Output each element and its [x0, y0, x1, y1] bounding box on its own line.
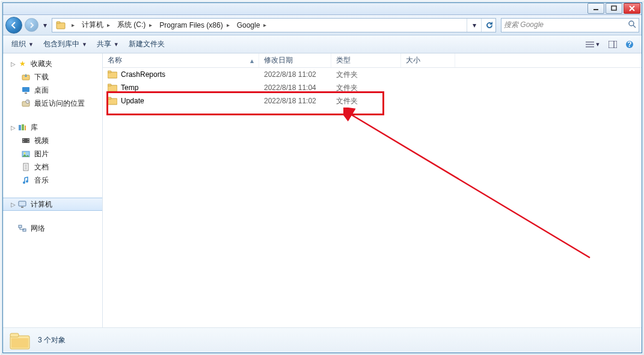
organize-button[interactable]: 组织▼ — [8, 37, 37, 51]
sidebar-item-recent[interactable]: 最近访问的位置 — [3, 97, 102, 110]
preview-pane-button[interactable] — [606, 38, 620, 51]
search-input[interactable]: 搜索 Google — [501, 18, 639, 32]
file-row[interactable]: Update 2022/8/18 11:02 文件夹 — [103, 94, 642, 108]
search-icon — [628, 20, 636, 30]
label: 修改日期 — [264, 55, 293, 65]
svg-rect-49 — [11, 338, 28, 348]
computer-icon — [17, 199, 27, 209]
breadcrumb-item[interactable]: 计算机▸ — [78, 19, 114, 32]
sidebar-item-downloads[interactable]: 下载 — [3, 70, 102, 83]
file-row[interactable]: Temp 2022/8/18 11:04 文件夹 — [103, 81, 642, 94]
svg-rect-5 — [57, 22, 60, 23]
sidebar-item-desktop[interactable]: 桌面 — [3, 83, 102, 97]
folder-icon — [108, 70, 117, 79]
breadcrumb-item[interactable]: Program Files (x86)▸ — [156, 19, 233, 32]
folder-icon — [108, 83, 117, 92]
maximize-button[interactable] — [606, 3, 622, 14]
navigation-pane[interactable]: ▷ ★ 收藏夹 下载 桌面 最近访问的位置 — [3, 53, 103, 327]
sidebar-label: 计算机 — [31, 199, 52, 210]
svg-rect-22 — [25, 126, 26, 130]
breadcrumb-item[interactable]: 系统 (C:)▸ — [114, 19, 156, 32]
file-list[interactable]: CrashReports 2022/8/18 11:02 文件夹 Temp 20… — [103, 68, 642, 327]
column-header-type[interactable]: 类型 — [331, 53, 401, 67]
pictures-icon — [21, 149, 31, 159]
column-header-date[interactable]: 修改日期 — [259, 53, 331, 67]
new-folder-button[interactable]: 新建文件夹 — [125, 37, 168, 51]
video-icon — [21, 136, 31, 145]
svg-point-27 — [28, 141, 29, 142]
svg-point-26 — [28, 139, 29, 140]
sidebar-item-pictures[interactable]: 图片 — [3, 147, 102, 160]
close-button[interactable] — [624, 3, 640, 14]
sidebar-item-network[interactable]: 网络 — [3, 222, 102, 235]
svg-rect-23 — [22, 138, 29, 143]
music-icon — [21, 175, 31, 185]
share-button[interactable]: 共享▼ — [93, 37, 123, 51]
folder-icon — [108, 97, 117, 105]
breadcrumb-label: 系统 (C:) — [117, 20, 146, 30]
sidebar-label: 文档 — [34, 162, 49, 172]
help-button[interactable]: ? — [622, 38, 637, 51]
sidebar-label: 收藏夹 — [31, 59, 52, 69]
svg-point-25 — [23, 141, 24, 142]
svg-rect-36 — [19, 201, 26, 206]
label: 共享 — [97, 39, 111, 49]
column-header-size[interactable]: 大小 — [401, 53, 455, 67]
svg-rect-17 — [25, 93, 27, 94]
sidebar-label: 图片 — [34, 149, 49, 159]
minimize-button[interactable] — [587, 3, 604, 14]
file-row[interactable]: CrashReports 2022/8/18 11:02 文件夹 — [103, 68, 642, 81]
sidebar-item-documents[interactable]: 文档 — [3, 160, 102, 174]
address-dropdown[interactable]: ▾ — [467, 19, 481, 32]
sidebar-group-libraries[interactable]: ▷ 库 — [3, 121, 102, 134]
label: 组织 — [11, 39, 26, 49]
favorites-icon: ★ — [17, 59, 27, 68]
sidebar-label: 最近访问的位置 — [34, 99, 85, 109]
svg-point-34 — [23, 181, 25, 184]
file-list-pane: 名称 ▴ 修改日期 类型 大小 CrashReports 2022/8/18 1… — [103, 53, 642, 327]
sidebar-label: 视频 — [34, 136, 49, 146]
view-options-button[interactable]: ▼ — [583, 38, 603, 51]
folder-icon — [9, 331, 31, 350]
documents-icon — [21, 162, 31, 172]
address-bar[interactable]: ▸ 计算机▸ 系统 (C:)▸ Program Files (x86)▸ Goo… — [52, 18, 496, 32]
nav-forward-button[interactable] — [25, 18, 38, 32]
nav-back-button[interactable] — [5, 17, 22, 34]
file-date: 2022/8/18 11:04 — [259, 83, 331, 92]
explorer-window: ▾ ▸ 计算机▸ 系统 (C:)▸ Program Files (x86)▸ G… — [2, 2, 642, 353]
column-header-name[interactable]: 名称 ▴ — [103, 53, 259, 67]
file-type: 文件夹 — [331, 83, 401, 93]
titlebar — [3, 3, 642, 15]
sidebar-item-videos[interactable]: 视频 — [3, 134, 102, 147]
file-date: 2022/8/18 11:02 — [259, 70, 331, 79]
column-header-row: 名称 ▴ 修改日期 类型 大小 — [103, 53, 642, 68]
sidebar-group-favorites[interactable]: ▷ ★ 收藏夹 — [3, 57, 102, 70]
svg-rect-20 — [19, 125, 21, 130]
sidebar-label: 音乐 — [34, 175, 49, 186]
svg-rect-48 — [10, 333, 19, 337]
breadcrumb-root[interactable]: ▸ — [52, 19, 78, 32]
navbar: ▾ ▸ 计算机▸ 系统 (C:)▸ Program Files (x86)▸ G… — [3, 15, 642, 35]
sidebar-label: 下载 — [34, 72, 49, 82]
nav-history-dropdown[interactable]: ▾ — [41, 15, 49, 35]
sort-indicator-icon: ▴ — [250, 56, 254, 65]
body: ▷ ★ 收藏夹 下载 桌面 最近访问的位置 — [3, 53, 642, 327]
svg-rect-11 — [609, 41, 617, 48]
network-icon — [17, 223, 27, 233]
file-type: 文件夹 — [331, 70, 401, 80]
svg-line-7 — [633, 25, 636, 28]
file-date: 2022/8/18 11:02 — [259, 97, 331, 105]
expand-icon: ▷ — [10, 201, 16, 208]
file-name: Update — [121, 97, 144, 105]
refresh-button[interactable] — [481, 19, 495, 32]
svg-rect-1 — [612, 6, 616, 10]
label: 类型 — [336, 55, 351, 65]
sidebar-item-computer[interactable]: ▷ 计算机 — [3, 198, 102, 211]
breadcrumb-item[interactable]: Google▸ — [233, 19, 271, 32]
label: 大小 — [406, 55, 420, 65]
include-in-library-button[interactable]: 包含到库中▼ — [40, 37, 91, 51]
svg-rect-16 — [22, 87, 29, 92]
svg-point-6 — [629, 21, 634, 26]
label: 包含到库中 — [43, 39, 79, 49]
sidebar-item-music[interactable]: 音乐 — [3, 174, 102, 187]
